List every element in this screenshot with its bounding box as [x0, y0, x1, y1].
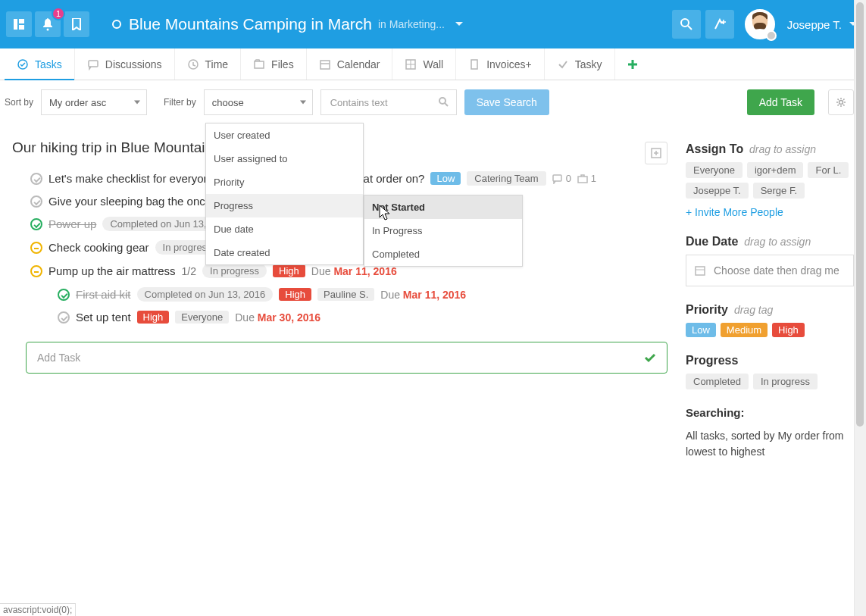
tab-label: Wall	[423, 58, 443, 70]
svg-point-18	[839, 101, 843, 105]
task-text: First aid kit	[76, 288, 131, 301]
project-menu-caret[interactable]	[455, 22, 463, 27]
svg-rect-7	[89, 61, 98, 67]
svg-rect-2	[19, 25, 24, 30]
priority-medium[interactable]: Medium	[721, 323, 768, 337]
progress-chip[interactable]: In progress	[753, 374, 818, 389]
filter-user-created[interactable]: User created	[206, 124, 363, 147]
task-status-icon[interactable]	[30, 265, 42, 277]
task-status-icon[interactable]	[30, 242, 42, 254]
task-text: Check cooking gear	[48, 241, 149, 254]
sort-select[interactable]: My order asc	[41, 89, 147, 115]
task-priority-tag: High	[273, 264, 305, 277]
svg-rect-24	[696, 267, 705, 275]
task-tag: Low	[430, 172, 461, 185]
tab-tasks[interactable]: Tasks	[5, 48, 75, 80]
tab-calendar[interactable]: Calendar	[307, 48, 393, 80]
project-context[interactable]: in Marketing...	[378, 18, 445, 30]
person-chip[interactable]: Everyone	[686, 162, 743, 178]
tab-time[interactable]: Time	[175, 48, 242, 80]
user-status-icon	[766, 30, 777, 41]
task-status-icon[interactable]	[58, 311, 70, 324]
filter-date-created[interactable]: Date created	[206, 241, 363, 264]
bookmark-button[interactable]	[64, 11, 89, 37]
global-search-button[interactable]	[672, 10, 701, 39]
browser-status: avascript:void(0);	[0, 603, 76, 616]
app-logo[interactable]	[6, 11, 32, 37]
svg-rect-15	[471, 60, 477, 69]
filter-select[interactable]: choose	[204, 89, 313, 115]
tab-tasky[interactable]: Tasky	[545, 48, 615, 80]
tab-invoices[interactable]: Invoices+	[456, 48, 545, 80]
priority-title: Priority	[686, 303, 728, 316]
tab-label: Discussions	[105, 58, 162, 70]
submit-task-icon[interactable]	[642, 350, 658, 367]
add-tab-button[interactable]	[615, 48, 650, 80]
svg-line-5	[688, 26, 692, 30]
person-chip[interactable]: igor+dem	[747, 162, 804, 178]
due-date-picker[interactable]: Choose date then drag me	[686, 255, 854, 286]
priority-low[interactable]: Low	[686, 323, 716, 337]
person-chip[interactable]: Joseppe T.	[686, 183, 749, 199]
tab-wall[interactable]: Wall	[392, 48, 456, 80]
svg-point-3	[47, 29, 49, 31]
svg-point-16	[439, 98, 446, 104]
task-status-icon[interactable]	[58, 289, 70, 301]
assign-title: Assign To	[686, 142, 743, 155]
task-row[interactable]: Set up tentHighEveryoneDue Mar 30, 2016	[12, 306, 667, 328]
progress-chip[interactable]: Completed	[686, 374, 749, 389]
filter-progress[interactable]: Progress	[206, 194, 363, 217]
svg-rect-21	[578, 177, 587, 183]
invite-link[interactable]: + Invite More People	[686, 206, 854, 218]
user-name[interactable]: Joseppe T.	[787, 18, 842, 31]
project-status-icon	[112, 20, 121, 29]
person-chip[interactable]: Serge F.	[753, 183, 805, 199]
priority-hint: drag tag	[734, 304, 773, 316]
sort-label: Sort by	[5, 97, 33, 108]
tab-label: Files	[271, 58, 294, 70]
task-assignee-tag: Everyone	[175, 311, 229, 324]
progress-title: Progress	[686, 354, 738, 367]
filter-priority[interactable]: Priority	[206, 170, 363, 194]
task-priority-tag: High	[137, 311, 170, 324]
filter-due-date[interactable]: Due date	[206, 217, 363, 241]
task-text: Set up tent	[76, 311, 131, 324]
topbar: 1 Blue Mountains Camping in March in Mar…	[0, 0, 866, 48]
calendar-icon	[694, 264, 706, 277]
svg-point-4	[681, 19, 689, 27]
sidebar: Assign To drag to assign Everyoneigor+de…	[686, 123, 854, 477]
task-comments[interactable]: 0	[552, 173, 571, 184]
task-files[interactable]: 1	[577, 173, 596, 184]
search-input[interactable]: Contains text	[320, 89, 457, 115]
svg-rect-9	[255, 61, 264, 68]
tab-files[interactable]: Files	[241, 48, 307, 80]
priority-high[interactable]: High	[772, 323, 805, 337]
scrollbar-thumb[interactable]	[856, 2, 864, 427]
person-chip[interactable]: For L.	[808, 162, 849, 178]
task-status-icon[interactable]	[30, 218, 42, 230]
list-expand-button[interactable]	[645, 142, 667, 164]
task-status-icon[interactable]	[30, 173, 42, 185]
settings-button[interactable]	[828, 89, 854, 115]
notifications-button[interactable]: 1	[35, 11, 61, 37]
list-title: Our hiking trip in Blue Mountains	[12, 139, 220, 156]
tab-discussions[interactable]: Discussions	[75, 48, 175, 80]
project-title[interactable]: Blue Mountains Camping in March	[129, 15, 372, 33]
project-tabs: Tasks Discussions Time Files Calendar Wa…	[0, 48, 866, 80]
scrollbar[interactable]	[854, 0, 866, 616]
due-hint: drag to assign	[744, 236, 811, 248]
task-row[interactable]: First aid kitCompleted on Jun 13, 2016Hi…	[12, 283, 667, 306]
add-task-input[interactable]: Add Task	[26, 342, 667, 374]
svg-rect-0	[14, 19, 17, 30]
task-completed-pill: Completed on Jun 13, 2016	[137, 287, 274, 302]
save-search-button[interactable]: Save Search	[464, 89, 549, 115]
progress-completed[interactable]: Completed	[364, 242, 522, 266]
filter-user-assigned[interactable]: User assigned to	[206, 147, 363, 170]
tab-label: Invoices+	[486, 58, 532, 70]
add-task-button[interactable]: Add Task	[747, 89, 814, 115]
quick-add-button[interactable]	[705, 10, 734, 39]
task-status-icon[interactable]	[30, 195, 42, 208]
placeholder: Contains text	[330, 97, 388, 108]
svg-rect-10	[320, 61, 330, 69]
placeholder: Add Task	[37, 352, 80, 364]
